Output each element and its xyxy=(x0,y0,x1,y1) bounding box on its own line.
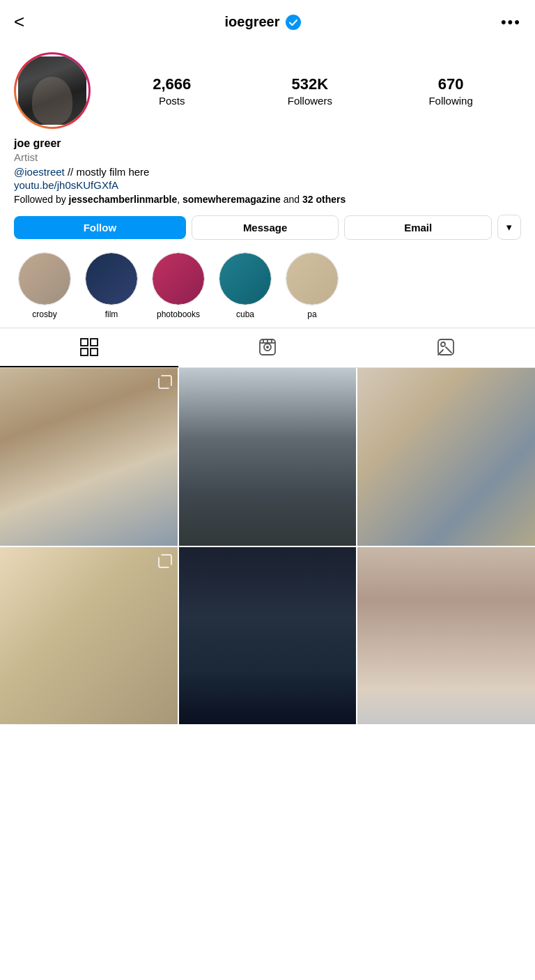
highlights-scroll: crosby film photobooks cuba pa xyxy=(0,252,357,319)
verified-icon xyxy=(286,15,301,30)
highlight-label-photobooks: photobooks xyxy=(157,309,200,319)
svg-point-7 xyxy=(266,346,269,349)
profile-role: Artist xyxy=(14,151,521,163)
profile-name: joe greer xyxy=(14,137,521,150)
bio-link[interactable]: youtu.be/jh0sKUfGXfA xyxy=(14,179,521,191)
following-label: Following xyxy=(428,95,472,107)
photo-grid xyxy=(0,368,535,724)
message-button[interactable]: Message xyxy=(192,215,339,240)
multiple-badge-2 xyxy=(157,553,172,571)
highlight-label-film: film xyxy=(105,309,118,319)
back-button[interactable]: < xyxy=(14,11,24,33)
stat-followers[interactable]: 532K Followers xyxy=(288,75,332,107)
svg-point-13 xyxy=(441,342,445,346)
following-count: 670 xyxy=(438,75,464,93)
bio-text: @ioestreet // mostly film here xyxy=(14,166,521,178)
avatar[interactable] xyxy=(14,52,91,129)
svg-rect-2 xyxy=(91,339,98,346)
highlight-crosby[interactable]: crosby xyxy=(11,252,78,319)
multiple-badge xyxy=(157,374,172,392)
bio-section: joe greer Artist @ioestreet // mostly fi… xyxy=(0,129,535,205)
tab-bar xyxy=(0,328,535,368)
highlight-photobooks[interactable]: photobooks xyxy=(145,252,212,319)
reels-icon xyxy=(258,338,277,356)
highlight-cuba[interactable]: cuba xyxy=(212,252,279,319)
tab-grid[interactable] xyxy=(0,328,178,367)
username-label: ioegreer xyxy=(225,14,280,30)
grid-item-building[interactable] xyxy=(179,368,357,546)
grid-item-room[interactable] xyxy=(0,547,178,725)
stat-following[interactable]: 670 Following xyxy=(428,75,472,107)
grid-item-couple[interactable] xyxy=(357,368,535,546)
svg-point-0 xyxy=(286,15,301,30)
grid-icon xyxy=(80,338,98,356)
svg-rect-3 xyxy=(81,349,88,355)
svg-rect-1 xyxy=(81,339,88,346)
highlights-section: crosby film photobooks cuba pa xyxy=(0,250,535,328)
tab-tagged[interactable] xyxy=(357,328,535,367)
posts-label: Posts xyxy=(159,95,185,107)
highlight-label-crosby: crosby xyxy=(32,309,56,319)
highlight-label-cuba: cuba xyxy=(236,309,254,319)
bio-followed-by: Followed by jessechamberlinmarble, somew… xyxy=(14,194,521,205)
highlight-pa[interactable]: pa xyxy=(279,252,346,319)
grid-item-beach[interactable] xyxy=(0,368,178,546)
more-options-button[interactable]: ••• xyxy=(501,13,521,31)
action-buttons: Follow Message Email ▾ xyxy=(0,205,535,250)
bio-mention[interactable]: @ioestreet xyxy=(14,166,65,178)
grid-item-girl[interactable] xyxy=(357,547,535,725)
followers-count: 532K xyxy=(292,75,329,93)
stats-container: 2,666 Posts 532K Followers 670 Following xyxy=(104,75,521,107)
dropdown-button[interactable]: ▾ xyxy=(497,215,521,240)
header: < ioegreer ••• xyxy=(0,0,535,44)
tab-reels[interactable] xyxy=(178,328,357,367)
grid-item-night[interactable] xyxy=(179,547,357,725)
highlight-label-pa: pa xyxy=(307,309,316,319)
svg-rect-4 xyxy=(91,349,98,355)
bio-rest: // mostly film here xyxy=(68,166,150,178)
followers-label: Followers xyxy=(288,95,332,107)
stat-posts[interactable]: 2,666 Posts xyxy=(153,75,191,107)
follow-button[interactable]: Follow xyxy=(14,216,186,239)
highlight-film[interactable]: film xyxy=(78,252,145,319)
profile-section: 2,666 Posts 532K Followers 670 Following xyxy=(0,44,535,129)
posts-count: 2,666 xyxy=(153,75,191,93)
email-button[interactable]: Email xyxy=(344,215,492,240)
tagged-icon xyxy=(437,338,455,356)
header-title-group: ioegreer xyxy=(225,14,301,30)
